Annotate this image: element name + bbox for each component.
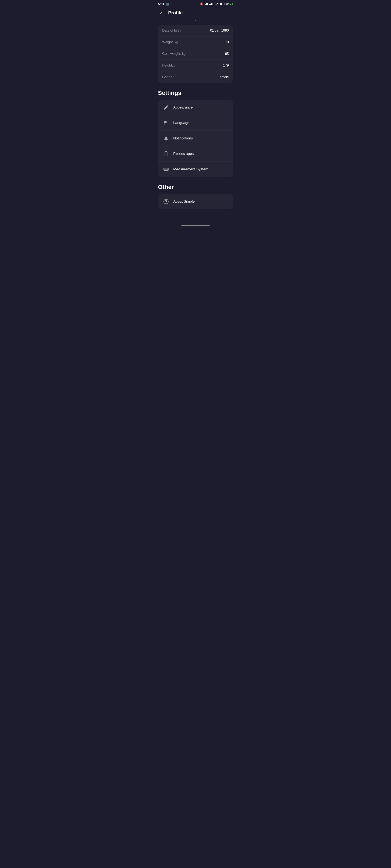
battery-green-dot bbox=[232, 3, 233, 5]
svg-rect-2 bbox=[206, 3, 207, 5]
language-label: Language bbox=[173, 121, 189, 125]
flag-icon bbox=[162, 119, 170, 127]
battery-percent: 38% bbox=[225, 3, 231, 5]
svg-rect-3 bbox=[207, 3, 208, 5]
settings-card: Appearance Language Notifications Fitnes… bbox=[158, 100, 233, 177]
weight-value: 70 bbox=[225, 40, 229, 44]
notifications-label: Notifications bbox=[173, 136, 193, 141]
status-bar: 5:01 📹 🔇 38% bbox=[154, 0, 237, 7]
measurement-system-label: Measurement System bbox=[173, 167, 208, 172]
page-title: Profile bbox=[168, 10, 183, 16]
svg-point-8 bbox=[216, 5, 217, 5]
status-right: 🔇 38% bbox=[200, 2, 233, 5]
measurement-system-row[interactable]: Measurement System bbox=[158, 162, 233, 177]
ruler-icon bbox=[162, 165, 170, 173]
goal-weight-row[interactable]: Goal weight, kg 65 bbox=[158, 48, 233, 60]
goal-weight-label: Goal weight, kg bbox=[162, 52, 185, 56]
svg-rect-5 bbox=[210, 4, 211, 5]
settings-section-title: Settings bbox=[154, 88, 237, 100]
gender-row[interactable]: Gender Female bbox=[158, 71, 233, 83]
other-card: About Simple bbox=[158, 194, 233, 209]
svg-rect-1 bbox=[206, 4, 206, 5]
camera-icon: 📹 bbox=[166, 2, 169, 6]
close-icon: × bbox=[160, 10, 163, 15]
svg-rect-7 bbox=[212, 3, 212, 5]
battery-container: 38% bbox=[220, 3, 233, 5]
svg-rect-4 bbox=[209, 4, 210, 5]
scroll-dot bbox=[195, 20, 196, 22]
close-button[interactable]: × bbox=[158, 9, 165, 16]
goal-weight-value: 65 bbox=[225, 52, 229, 56]
other-section: Other About Simple bbox=[154, 182, 237, 223]
signal-icon-2 bbox=[209, 3, 213, 5]
svg-rect-0 bbox=[205, 4, 205, 5]
mute-icon: 🔇 bbox=[200, 2, 203, 5]
profile-card: Date of birth 01 Jan 1990 Weight, kg 70 … bbox=[158, 25, 233, 83]
appearance-label: Appearance bbox=[173, 105, 193, 110]
battery-fill bbox=[220, 3, 222, 5]
bell-icon bbox=[162, 134, 170, 142]
wifi-icon bbox=[214, 3, 218, 5]
battery-icon bbox=[220, 3, 225, 5]
home-indicator bbox=[154, 223, 237, 228]
scroll-indicator bbox=[154, 19, 237, 23]
home-indicator-bar bbox=[181, 225, 210, 226]
date-of-birth-value: 01 Jan 1990 bbox=[210, 29, 229, 32]
svg-rect-6 bbox=[211, 3, 212, 5]
weight-row[interactable]: Weight, kg 70 bbox=[158, 36, 233, 48]
status-time: 5:01 bbox=[158, 2, 164, 6]
language-row[interactable]: Language bbox=[158, 115, 233, 131]
about-simple-row[interactable]: About Simple bbox=[158, 194, 233, 209]
pencil-icon bbox=[162, 104, 170, 111]
question-icon bbox=[162, 198, 170, 205]
header: × Profile bbox=[154, 7, 237, 19]
fitness-apps-label: Fitness apps bbox=[173, 152, 193, 156]
gender-value: Female bbox=[217, 75, 229, 79]
notifications-row[interactable]: Notifications bbox=[158, 131, 233, 146]
fitness-apps-row[interactable]: Fitness apps bbox=[158, 146, 233, 162]
phone-icon bbox=[162, 150, 170, 158]
appearance-row[interactable]: Appearance bbox=[158, 100, 233, 115]
signal-icon-1 bbox=[205, 3, 208, 5]
weight-label: Weight, kg bbox=[162, 40, 178, 44]
date-of-birth-row[interactable]: Date of birth 01 Jan 1990 bbox=[158, 25, 233, 36]
status-left: 5:01 📹 bbox=[158, 2, 169, 6]
height-row[interactable]: Height, cm 179 bbox=[158, 60, 233, 71]
date-of-birth-label: Date of birth bbox=[162, 29, 181, 32]
height-label: Height, cm bbox=[162, 64, 178, 67]
height-value: 179 bbox=[223, 64, 229, 67]
gender-label: Gender bbox=[162, 75, 174, 79]
other-section-title: Other bbox=[154, 182, 237, 194]
about-simple-label: About Simple bbox=[173, 199, 194, 204]
